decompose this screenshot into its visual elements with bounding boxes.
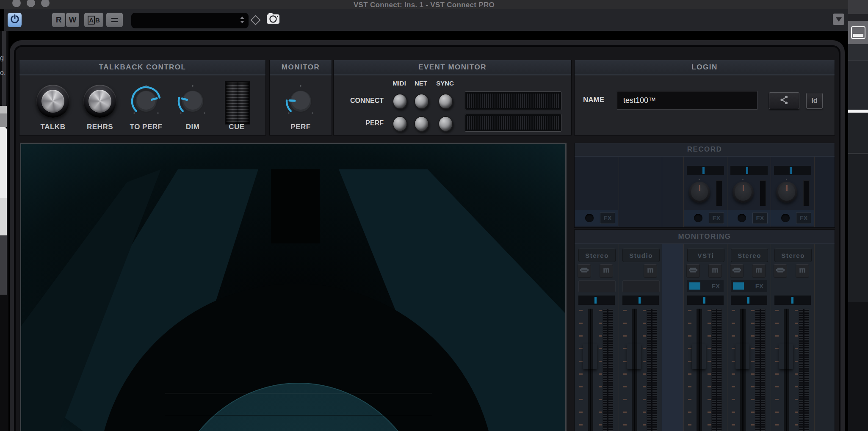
fader-ticks	[775, 310, 779, 431]
record-level-knob[interactable]	[689, 182, 710, 203]
record-enable-led[interactable]	[738, 214, 746, 222]
fader-ticks	[623, 310, 627, 431]
fx-button[interactable]: FX	[796, 212, 811, 224]
host-right-strip	[848, 0, 868, 431]
mute-button[interactable]	[644, 264, 657, 278]
perf-net-led	[414, 116, 429, 132]
channel-name-button[interactable]: Stereo	[774, 249, 812, 262]
fader-track[interactable]	[784, 309, 789, 431]
fader-handle[interactable]	[692, 344, 706, 369]
read-automation-button[interactable]: R	[52, 13, 65, 27]
host-right-segment	[848, 154, 868, 302]
write-automation-button[interactable]: W	[66, 13, 79, 27]
record-level-meter	[803, 180, 810, 206]
fx-slot-active[interactable]: FX	[687, 280, 724, 292]
preset-down-icon	[240, 21, 244, 23]
activate-button[interactable]	[8, 13, 22, 27]
channel-meter	[755, 309, 766, 431]
channel-name: VSTi	[697, 252, 714, 259]
phones-button[interactable]	[686, 264, 700, 278]
phones-button[interactable]	[774, 264, 787, 278]
fader-handle[interactable]	[779, 344, 793, 369]
record-pan-slider[interactable]	[774, 166, 811, 175]
record-level-knob[interactable]	[733, 182, 754, 203]
fader-track[interactable]	[740, 309, 746, 431]
dim-knob[interactable]	[176, 84, 210, 118]
pan-slider[interactable]	[622, 296, 659, 305]
channel-name-button[interactable]: Stereo	[731, 249, 768, 262]
host-text-fragment: g	[0, 54, 4, 62]
record-channel-strip: FX	[575, 210, 618, 226]
monitor-perf-knob[interactable]	[284, 84, 318, 118]
fx-slot-active[interactable]: FX	[731, 280, 767, 292]
channel-meter	[647, 309, 657, 431]
preset-stepper[interactable]	[240, 17, 244, 23]
to-perf-knob[interactable]	[129, 84, 163, 118]
channel-name-button[interactable]: Stereo	[578, 249, 616, 262]
fx-button[interactable]: FX	[752, 212, 768, 224]
record-enable-led[interactable]	[781, 214, 790, 222]
fader-track[interactable]	[697, 309, 702, 431]
record-section: RECORD FX FX	[574, 143, 835, 228]
channel-meter	[711, 309, 722, 431]
cue-wheel[interactable]	[225, 81, 250, 124]
mute-button[interactable]	[708, 264, 722, 278]
mute-m-icon	[755, 266, 763, 276]
pan-tick	[639, 297, 641, 304]
record-level-knob[interactable]	[776, 182, 797, 203]
record-enable-led[interactable]	[694, 214, 702, 222]
preset-diamond-icon[interactable]	[250, 15, 260, 25]
phones-icon	[688, 265, 698, 276]
phones-icon	[732, 265, 741, 276]
mute-button[interactable]	[796, 264, 809, 278]
pan-slider[interactable]	[731, 296, 767, 305]
fader-handle[interactable]	[735, 344, 749, 369]
login-name-input[interactable]	[617, 91, 757, 110]
channel-name-button[interactable]: Studio	[622, 249, 660, 262]
record-level-meter	[716, 180, 722, 206]
monitor-header: MONITOR	[270, 60, 332, 75]
record-pan-slider[interactable]	[687, 166, 724, 175]
fx-slot-empty[interactable]	[578, 280, 616, 292]
rehearse-knob[interactable]	[83, 85, 116, 118]
plugin-menu-button[interactable]	[833, 14, 844, 25]
ab-a-label: A	[88, 16, 95, 25]
pan-slider[interactable]	[687, 296, 724, 305]
fader-track[interactable]	[588, 309, 593, 431]
record-pan-slider[interactable]	[730, 166, 768, 175]
preset-selector[interactable]	[131, 13, 249, 28]
mute-button[interactable]	[752, 264, 766, 278]
share-button[interactable]	[769, 92, 799, 109]
preset-compare-button[interactable]	[106, 13, 123, 27]
mute-m-icon	[798, 266, 807, 276]
fx-button[interactable]: FX	[600, 212, 615, 224]
knob-face	[41, 90, 64, 113]
id-label: Id	[811, 97, 817, 105]
perf-midi-led	[393, 116, 407, 132]
fx-slot-empty[interactable]	[622, 280, 660, 292]
connect-event-meter	[465, 91, 561, 110]
record-enable-led[interactable]	[585, 214, 594, 222]
mute-button[interactable]	[600, 264, 613, 278]
fader-handle[interactable]	[627, 344, 641, 369]
pan-slider[interactable]	[578, 296, 615, 305]
fx-button[interactable]: FX	[709, 212, 724, 224]
video-display	[20, 143, 567, 431]
talkback-knob[interactable]	[36, 85, 69, 118]
event-monitor-section: EVENT MONITOR MIDI NET SYNC CONNECT PERF	[333, 60, 572, 135]
preset-up-icon	[240, 17, 244, 19]
phones-button[interactable]	[730, 264, 744, 278]
lower-zone-toggle-button[interactable]	[848, 21, 868, 44]
id-button[interactable]: Id	[806, 93, 823, 109]
knob-label: TO PERF	[127, 123, 165, 131]
snapshot-button[interactable]	[265, 13, 281, 26]
fader-track[interactable]	[632, 309, 637, 431]
connect-row-label: CONNECT	[337, 97, 384, 105]
pan-slider[interactable]	[774, 296, 811, 305]
pan-tick	[702, 167, 705, 174]
ab-compare-button[interactable]: AB	[84, 13, 103, 27]
fx-label: FX	[755, 282, 763, 290]
channel-name-button[interactable]: VSTi	[687, 249, 724, 262]
fader-handle[interactable]	[583, 344, 597, 369]
phones-button[interactable]	[578, 264, 591, 278]
